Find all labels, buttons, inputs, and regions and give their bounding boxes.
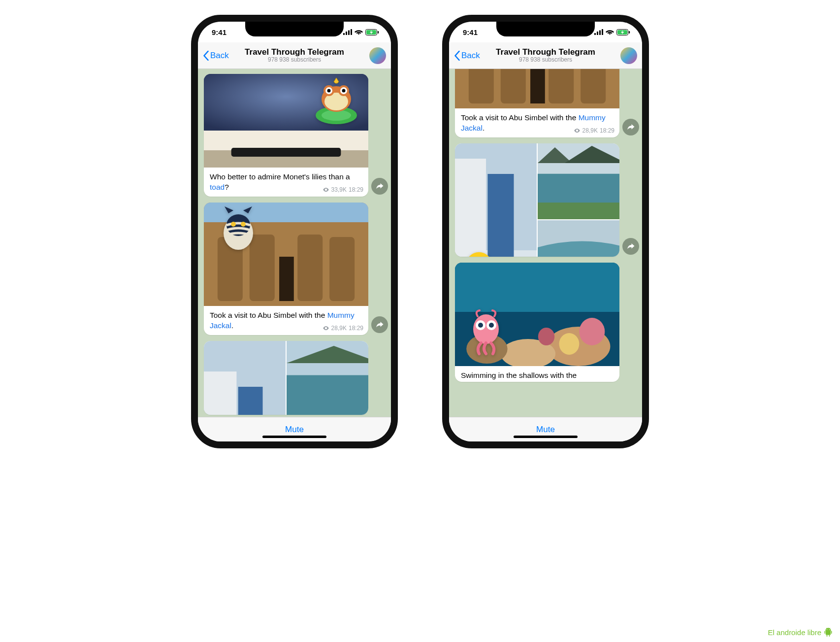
message-caption: Swimming in the shallows with the bbox=[455, 366, 619, 382]
svg-rect-54 bbox=[581, 69, 606, 103]
share-button[interactable] bbox=[622, 119, 639, 135]
svg-rect-60 bbox=[487, 174, 514, 257]
status-icons bbox=[594, 29, 630, 35]
status-time: 9:41 bbox=[212, 28, 226, 36]
svg-rect-37 bbox=[238, 387, 263, 415]
svg-rect-1 bbox=[346, 32, 347, 35]
notch bbox=[496, 22, 595, 36]
message-meta: 28,9K 18:29 bbox=[323, 324, 363, 332]
message: Swimming in the shallows with the bbox=[455, 263, 619, 382]
share-button[interactable] bbox=[371, 178, 388, 195]
svg-rect-55 bbox=[530, 69, 545, 103]
share-arrow-icon bbox=[626, 242, 635, 251]
svg-rect-27 bbox=[297, 235, 323, 301]
message-caption: Took a visit to Abu Simbel with the Mumm… bbox=[204, 306, 368, 335]
caption-link[interactable]: toad bbox=[210, 183, 225, 191]
message-photo[interactable] bbox=[204, 203, 368, 306]
home-indicator[interactable] bbox=[262, 436, 326, 438]
svg-rect-36 bbox=[204, 372, 236, 415]
photo-grid[interactable] bbox=[455, 143, 619, 257]
svg-rect-28 bbox=[329, 237, 355, 301]
svg-point-62 bbox=[466, 252, 492, 256]
svg-rect-52 bbox=[501, 69, 526, 103]
svg-rect-45 bbox=[602, 29, 603, 35]
mummy-jackal-sticker-icon bbox=[214, 204, 263, 254]
message-photo[interactable] bbox=[455, 69, 619, 108]
svg-rect-2 bbox=[348, 31, 350, 35]
back-button[interactable]: Back bbox=[454, 51, 480, 61]
battery-icon bbox=[616, 29, 630, 35]
chat-scroll-area[interactable]: Who better to admire Monet's lilies than… bbox=[198, 69, 391, 417]
svg-rect-47 bbox=[629, 31, 630, 34]
message: Who better to admire Monet's lilies than… bbox=[204, 74, 368, 197]
back-label: Back bbox=[210, 51, 229, 61]
cellular-icon bbox=[594, 29, 603, 35]
mute-button[interactable]: Mute bbox=[536, 425, 555, 435]
svg-rect-9 bbox=[204, 131, 368, 150]
home-indicator[interactable] bbox=[514, 436, 578, 438]
channel-avatar[interactable] bbox=[620, 47, 637, 64]
svg-point-78 bbox=[559, 333, 580, 355]
message-meta: 33,9K 18:29 bbox=[323, 186, 363, 194]
photo-grid[interactable] bbox=[204, 341, 368, 415]
share-button[interactable] bbox=[622, 238, 639, 255]
toad-sticker-icon bbox=[309, 77, 363, 126]
phone-left: 9:41 Back Travel Through Telegram 978 93… bbox=[191, 15, 398, 448]
svg-point-81 bbox=[473, 314, 499, 344]
mute-button[interactable]: Mute bbox=[285, 425, 304, 435]
svg-point-84 bbox=[478, 323, 483, 328]
svg-rect-39 bbox=[287, 375, 368, 415]
chevron-left-icon bbox=[454, 51, 460, 61]
svg-point-21 bbox=[342, 89, 346, 93]
status-time: 9:41 bbox=[463, 28, 478, 36]
eye-icon bbox=[323, 186, 329, 193]
eye-icon bbox=[574, 127, 581, 134]
svg-point-33 bbox=[241, 222, 246, 227]
chat-header: Back Travel Through Telegram 978 938 sub… bbox=[449, 42, 642, 69]
svg-point-77 bbox=[579, 318, 605, 345]
message bbox=[204, 341, 368, 415]
message-photo[interactable] bbox=[204, 74, 368, 168]
svg-rect-5 bbox=[378, 31, 379, 34]
back-button[interactable]: Back bbox=[203, 51, 229, 61]
message-caption: Who better to admire Monet's lilies than… bbox=[204, 168, 368, 197]
wifi-icon bbox=[355, 29, 363, 35]
svg-point-79 bbox=[538, 328, 554, 345]
phone-right: 9:41 Back Travel Through Telegram 978 93… bbox=[442, 15, 649, 448]
chevron-left-icon bbox=[203, 51, 209, 61]
eye-icon bbox=[323, 325, 329, 332]
notch bbox=[245, 22, 344, 36]
status-icons bbox=[343, 29, 379, 35]
back-label: Back bbox=[461, 51, 480, 61]
share-button[interactable] bbox=[371, 316, 388, 333]
svg-rect-42 bbox=[594, 33, 596, 35]
channel-avatar[interactable] bbox=[369, 47, 386, 64]
message: Took a visit to Abu Simbel with the Mumm… bbox=[204, 203, 368, 335]
svg-point-85 bbox=[489, 323, 494, 328]
svg-point-32 bbox=[231, 222, 236, 227]
shrimp-sticker-icon bbox=[464, 309, 508, 356]
message bbox=[455, 143, 619, 257]
svg-rect-53 bbox=[549, 69, 574, 103]
svg-rect-59 bbox=[455, 159, 486, 257]
svg-rect-3 bbox=[351, 29, 352, 35]
message-meta: 28,9K 18:29 bbox=[574, 127, 614, 135]
svg-rect-70 bbox=[538, 203, 619, 219]
svg-rect-44 bbox=[599, 31, 601, 35]
cellular-icon bbox=[343, 29, 352, 35]
share-arrow-icon bbox=[375, 320, 384, 329]
chat-header: Back Travel Through Telegram 978 938 sub… bbox=[198, 42, 391, 69]
svg-rect-11 bbox=[231, 148, 341, 157]
duck-sticker-icon bbox=[458, 249, 505, 257]
wifi-icon bbox=[606, 29, 614, 35]
message-caption: Took a visit to Abu Simbel with the Mumm… bbox=[455, 108, 619, 137]
svg-rect-0 bbox=[343, 33, 345, 35]
svg-rect-74 bbox=[455, 263, 619, 312]
svg-rect-43 bbox=[597, 32, 598, 35]
chat-scroll-area[interactable]: Took a visit to Abu Simbel with the Mumm… bbox=[449, 69, 642, 417]
share-arrow-icon bbox=[375, 182, 384, 191]
message-photo[interactable] bbox=[455, 263, 619, 366]
svg-rect-29 bbox=[279, 257, 294, 301]
message: Took a visit to Abu Simbel with the Mumm… bbox=[455, 69, 619, 137]
svg-point-20 bbox=[327, 89, 331, 93]
